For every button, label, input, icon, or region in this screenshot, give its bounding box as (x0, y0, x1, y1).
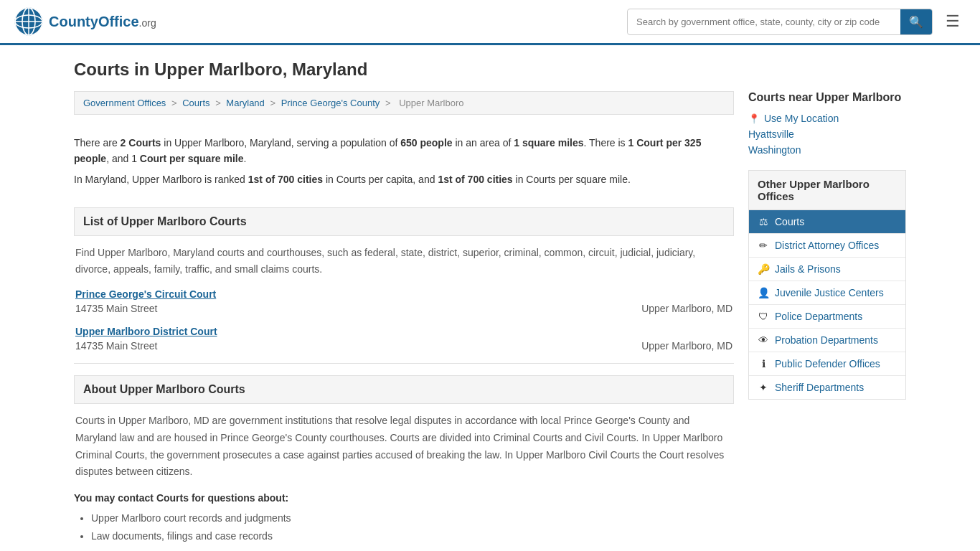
nearby-links: 📍 Use My Location Hyattsville Washington (748, 113, 906, 156)
breadcrumb-separator: > (385, 98, 393, 108)
pdo-icon: ℹ (758, 358, 769, 369)
breadcrumb-item-prince-georges[interactable]: Prince George's County (281, 98, 380, 108)
office-item-sheriff[interactable]: ✦ Sheriff Departments (749, 376, 905, 399)
content-layout: Government Offices > Courts > Maryland >… (74, 91, 906, 546)
office-link-sheriff[interactable]: Sheriff Departments (775, 382, 864, 393)
court-details-1: 14735 Main Street Upper Marlboro, MD (75, 303, 732, 314)
office-link-da[interactable]: District Attorney Offices (775, 240, 879, 251)
office-list: ⚖ Courts ✏ District Attorney Offices 🔑 J… (748, 210, 906, 400)
menu-button[interactable]: ☰ (940, 9, 966, 34)
header: CountyOffice.org 🔍 ☰ (0, 0, 980, 45)
breadcrumb-item-courts[interactable]: Courts (182, 98, 209, 108)
probation-icon: 👁 (758, 334, 769, 346)
da-icon: ✏ (758, 240, 769, 251)
nearby-link-hyattsville[interactable]: Hyattsville (748, 128, 794, 140)
breadcrumb-separator: > (215, 98, 223, 108)
office-item-pdo[interactable]: ℹ Public Defender Offices (749, 352, 905, 376)
office-link-police[interactable]: Police Departments (775, 311, 862, 322)
breadcrumb-item-government-offices[interactable]: Government Offices (83, 98, 166, 108)
nearby-city-1: Hyattsville (748, 128, 906, 140)
office-item-courts[interactable]: ⚖ Courts (749, 210, 905, 234)
court-item-2: Upper Marlboro District Court 14735 Main… (74, 326, 734, 352)
office-item-police[interactable]: 🛡 Police Departments (749, 305, 905, 329)
list-section-header: List of Upper Marlboro Courts (74, 207, 734, 236)
office-item-probation[interactable]: 👁 Probation Departments (749, 329, 905, 352)
logo-icon (14, 7, 43, 36)
main-container: Courts in Upper Marlboro, Maryland Gover… (60, 45, 920, 551)
use-location-item: 📍 Use My Location (748, 113, 906, 124)
court-details-2: 14735 Main Street Upper Marlboro, MD (75, 340, 732, 352)
office-link-jjc[interactable]: Juvenile Justice Centers (775, 287, 884, 298)
court-item: Prince George's Circuit Court 14735 Main… (74, 288, 734, 314)
info-box: There are 2 Courts in Upper Marlboro, Ma… (74, 126, 734, 196)
jjc-icon: 👤 (758, 287, 769, 298)
contact-item-2: Law documents, filings and case records (91, 527, 734, 545)
office-item-da[interactable]: ✏ District Attorney Offices (749, 234, 905, 258)
court-address-2: 14735 Main Street (75, 340, 157, 352)
nearby-city-2: Washington (748, 144, 906, 156)
search-button[interactable]: 🔍 (900, 9, 932, 34)
contact-item-1: Upper Marlboro court records and judgmen… (91, 509, 734, 527)
breadcrumb-item-maryland[interactable]: Maryland (226, 98, 264, 108)
court-name-2[interactable]: Upper Marlboro District Court (75, 326, 217, 337)
office-label-courts: Courts (775, 216, 804, 227)
page-title: Courts in Upper Marlboro, Maryland (74, 60, 906, 80)
breadcrumb: Government Offices > Courts > Maryland >… (74, 91, 734, 115)
jails-icon: 🔑 (758, 263, 769, 275)
office-link-pdo[interactable]: Public Defender Offices (775, 358, 880, 369)
other-offices-header: Other Upper Marlboro Offices (748, 170, 906, 210)
courts-icon: ⚖ (758, 216, 769, 227)
about-section-header: About Upper Marlboro Courts (74, 375, 734, 404)
nearby-link-washington[interactable]: Washington (748, 144, 801, 156)
about-text: Courts in Upper Marlboro, MD are governm… (74, 413, 734, 481)
logo-text: CountyOffice.org (49, 14, 156, 30)
office-item-jails[interactable]: 🔑 Jails & Prisons (749, 258, 905, 281)
divider (74, 363, 734, 364)
contact-list: Upper Marlboro court records and judgmen… (74, 509, 734, 545)
breadcrumb-separator: > (171, 98, 179, 108)
police-icon: 🛡 (758, 311, 769, 322)
header-right: 🔍 ☰ (627, 9, 966, 35)
court-name-1[interactable]: Prince George's Circuit Court (75, 288, 216, 300)
sidebar: Courts near Upper Marlboro 📍 Use My Loca… (748, 91, 906, 546)
breadcrumb-item-upper-marlboro: Upper Marlboro (399, 98, 463, 108)
office-item-jjc[interactable]: 👤 Juvenile Justice Centers (749, 281, 905, 305)
sheriff-icon: ✦ (758, 382, 769, 393)
main-content: Government Offices > Courts > Maryland >… (74, 91, 734, 546)
contact-title: You may contact Courts for questions abo… (74, 492, 734, 504)
search-box: 🔍 (627, 9, 933, 35)
logo-area: CountyOffice.org (14, 7, 156, 36)
office-link-probation[interactable]: Probation Departments (775, 334, 878, 346)
court-address-1: 14735 Main Street (75, 303, 157, 314)
court-location-2: Upper Marlboro, MD (641, 340, 732, 352)
office-link-jails[interactable]: Jails & Prisons (775, 263, 841, 275)
breadcrumb-separator: > (270, 98, 278, 108)
court-location-1: Upper Marlboro, MD (641, 303, 732, 314)
use-location-link[interactable]: Use My Location (764, 113, 839, 124)
search-input[interactable] (628, 11, 900, 33)
courts-description: Find Upper Marlboro, Maryland courts and… (74, 245, 734, 277)
sidebar-nearby-title: Courts near Upper Marlboro (748, 91, 906, 104)
